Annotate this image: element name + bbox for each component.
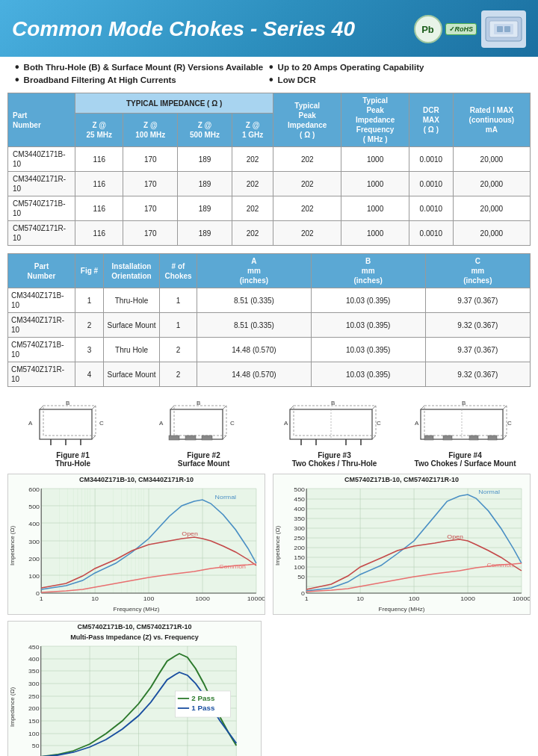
- cell-dcr: 0.0010: [409, 172, 454, 196]
- cell-z500: 189: [178, 147, 232, 172]
- svg-text:Normal: Normal: [478, 488, 500, 495]
- svg-text:10: 10: [91, 595, 99, 601]
- chart1-svg: 600 500 400 300 200 100 0 1 10 100 1000 …: [16, 485, 265, 604]
- svg-text:50: 50: [32, 742, 40, 749]
- cell-typ-peak: 202: [273, 196, 341, 221]
- cell-part: CM3440Z171B-10: [8, 147, 75, 172]
- bullets-section: • Both Thru-Hole (B) & Surface Mount (R)…: [0, 57, 538, 93]
- cell-chokes: 2: [160, 338, 197, 362]
- cell-typ-freq: 1000: [341, 196, 409, 221]
- figure-1-label: Figure #1Thru-Hole: [13, 451, 133, 468]
- dimensions-table: PartNumber Fig # InstallationOrientation…: [7, 253, 531, 387]
- svg-text:2 Pass: 2 Pass: [191, 694, 214, 702]
- svg-rect-3: [497, 26, 503, 32]
- svg-text:C: C: [230, 420, 235, 427]
- svg-rect-48: [469, 436, 478, 440]
- header: Common Mode Chokes - Series 40 Pb ✓RoHS: [0, 0, 538, 57]
- table-row: CM5740Z171B-10 116 170 189 202 202 1000 …: [8, 196, 531, 221]
- svg-line-44: [503, 436, 507, 439]
- th2-b: Bmm(inches): [311, 254, 425, 288]
- svg-text:A: A: [159, 420, 164, 427]
- cell-chokes: 1: [160, 288, 197, 313]
- cell-typ-freq: 1000: [341, 172, 409, 196]
- cell-part: CM5740Z171R-10: [8, 221, 75, 246]
- svg-text:200: 200: [28, 555, 40, 562]
- svg-text:400: 400: [28, 655, 40, 663]
- th2-part: PartNumber: [8, 254, 75, 288]
- bullet-2: • Broadband Filtering At High Currents: [15, 75, 269, 86]
- th-typ-peak-imp: TypicalPeakImpedance( Ω ): [273, 93, 341, 147]
- svg-line-8: [92, 406, 96, 409]
- cell-z25: 116: [75, 221, 123, 246]
- svg-text:A: A: [415, 420, 419, 427]
- cell-b: 10.03 (0.395): [311, 288, 425, 313]
- figures-section: A B C Figure #1Thru-Hole A B C: [0, 391, 538, 471]
- svg-rect-16: [170, 409, 223, 439]
- cell-part2: CM3440Z171B-10: [8, 288, 75, 313]
- bullets-col1: • Both Thru-Hole (B) & Surface Mount (R)…: [15, 63, 269, 88]
- svg-line-18: [170, 406, 174, 409]
- th-z100: Z @100 MHz: [123, 114, 178, 147]
- svg-text:450: 450: [294, 495, 305, 502]
- svg-text:10: 10: [356, 595, 364, 601]
- svg-text:300: 300: [28, 680, 40, 687]
- cell-a: 14.48 (0.570): [197, 362, 312, 387]
- figure-4: A B C Figure #4Two Chokes / Surface Moun…: [406, 396, 525, 468]
- svg-text:350: 350: [28, 667, 40, 675]
- cell-install: Thru Hole: [104, 338, 160, 362]
- cell-imax: 20,000: [453, 147, 530, 172]
- svg-text:200: 200: [28, 704, 40, 712]
- chart1-container: CM3440Z171B-10, CM3440Z171R-10 Impedance…: [7, 474, 265, 615]
- chart2-title: CM5740Z171B-10, CM5740Z171R-10: [273, 474, 530, 485]
- cell-z25: 116: [75, 196, 123, 221]
- cell-install: Thru-Hole: [104, 288, 160, 313]
- svg-rect-4: [504, 26, 510, 32]
- table-row: CM5740Z171R-10 4 Surface Mount 2 14.48 (…: [8, 362, 531, 387]
- bullet-1: • Both Thru-Hole (B) & Surface Mount (R)…: [15, 63, 269, 73]
- cell-fig: 3: [75, 338, 104, 362]
- chart3-svg: 450 400 350 300 250 200 150 100 50 0 1 1…: [16, 642, 261, 756]
- figure-2: A B C Figure #2Surface Mount: [144, 396, 264, 468]
- svg-text:1 Pass: 1 Pass: [191, 704, 214, 712]
- product-image: [481, 10, 526, 48]
- cell-dcr: 0.0010: [409, 147, 454, 172]
- cell-c: 9.37 (0.367): [425, 338, 530, 362]
- cell-z100: 170: [123, 196, 178, 221]
- cell-b: 10.03 (0.395): [311, 338, 425, 362]
- cell-dcr: 0.0010: [409, 221, 454, 246]
- cell-install: Surface Mount: [104, 362, 160, 387]
- svg-text:100: 100: [28, 572, 40, 579]
- chart3-container: CM5740Z171B-10, CM5740Z171R-10 Multi-Pas…: [7, 621, 262, 756]
- pb-badge: Pb: [414, 15, 442, 43]
- svg-text:350: 350: [294, 515, 305, 521]
- figure-3-label: Figure #3Two Chokes / Thru-Hole: [275, 451, 395, 468]
- figure-2-drawing: A B C: [144, 396, 264, 448]
- cell-z1g: 202: [232, 172, 273, 196]
- svg-line-42: [421, 406, 424, 409]
- page-title: Common Mode Chokes - Series 40: [12, 17, 355, 41]
- table-row: CM3440Z171R-10 116 170 189 202 202 1000 …: [8, 172, 531, 196]
- rohs-badge: ✓RoHS: [445, 23, 477, 35]
- figure-2-label: Figure #2Surface Mount: [144, 451, 264, 468]
- badges-area: Pb ✓RoHS: [414, 10, 527, 48]
- th-dcr-max: DCRMAX( Ω ): [409, 93, 454, 147]
- svg-line-7: [40, 406, 43, 409]
- th-z500: Z @500 MHz: [178, 114, 232, 147]
- svg-text:100: 100: [28, 730, 40, 737]
- bullet-dot: •: [15, 61, 19, 73]
- chart3-title1: CM5740Z171B-10, CM5740Z171R-10: [8, 622, 261, 632]
- table-row: CM5740Z171R-10 116 170 189 202 202 1000 …: [8, 221, 531, 246]
- figure-4-drawing: A B C: [406, 396, 525, 448]
- bullet-3: • Up to 20 Amps Operating Capability: [269, 63, 523, 73]
- cell-z500: 189: [178, 221, 232, 246]
- bullet-dot: •: [269, 74, 273, 86]
- svg-text:Common: Common: [486, 561, 513, 568]
- cell-a: 14.48 (0.570): [197, 338, 312, 362]
- th-typ-peak-freq: TypicalPeakImpedanceFrequency( MHz ): [341, 93, 409, 147]
- cell-b: 10.03 (0.395): [311, 362, 425, 387]
- cell-imax: 20,000: [453, 221, 530, 246]
- cell-z500: 189: [178, 196, 232, 221]
- th2-install: InstallationOrientation: [104, 254, 160, 288]
- chart2-container: CM5740Z171B-10, CM5740Z171R-10 Impedance…: [273, 474, 531, 615]
- th2-fig: Fig #: [75, 254, 104, 288]
